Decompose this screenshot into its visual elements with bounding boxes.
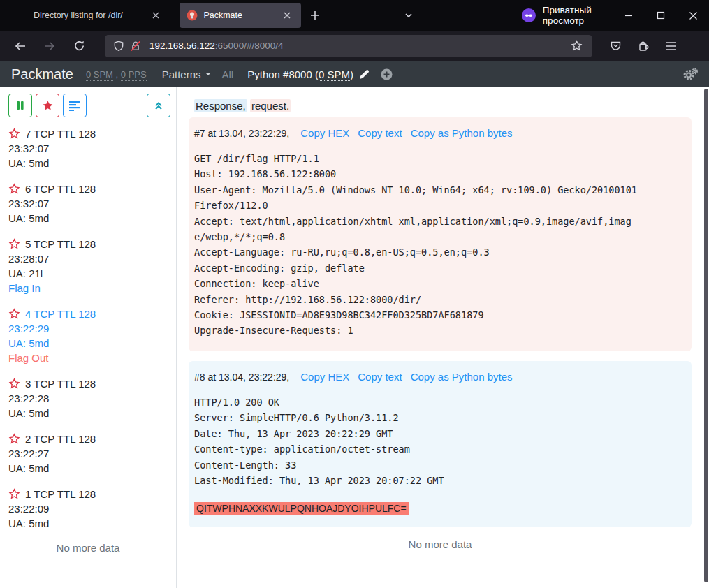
packmate-navbar: Packmate 0 SPM , 0 PPS Patterns All Pyth…	[0, 61, 709, 87]
stream-time: 23:32:07	[8, 141, 168, 156]
menu-hamburger-icon[interactable]	[661, 36, 682, 57]
stream-title: 2 TCP TTL 128	[25, 432, 96, 446]
packmate-favicon-icon	[187, 10, 198, 21]
stream-ua: UA: 21l	[8, 266, 168, 281]
star-outline-icon[interactable]	[8, 183, 20, 195]
star-outline-icon[interactable]	[8, 433, 20, 445]
stream-item-1[interactable]: 1 TCP TTL 128 23:22:09 UA: 5md	[8, 487, 168, 531]
copy-python-link[interactable]: Copy as Python bytes	[411, 368, 513, 386]
stream-time: 23:32:07	[8, 196, 168, 211]
copy-hex-link[interactable]: Copy HEX	[300, 368, 349, 386]
stream-item-6[interactable]: 6 TCP TTL 128 23:32:07 UA: 5md	[8, 182, 168, 226]
brand-packmate[interactable]: Packmate	[11, 66, 73, 82]
url-bar[interactable]: 192.168.56.122:65000/#/8000/4	[105, 35, 592, 57]
private-browsing-badge: Приватный просмотр	[522, 5, 613, 26]
legend-request: request.	[250, 99, 291, 112]
flag-in-link[interactable]: Flag In	[8, 281, 168, 295]
pattern-match-line: QITWPHNAXXKWULPQNHOAJDYOIHPULFC=	[194, 502, 685, 515]
stream-title: 3 TCP TTL 128	[25, 376, 96, 391]
stream-time: 23:22:29	[8, 321, 168, 336]
tab-title: Directory listing for /dir/	[34, 10, 149, 20]
stream-ua: UA: 5md	[8, 461, 168, 476]
pocket-icon[interactable]	[605, 36, 626, 57]
caret-down-icon	[205, 73, 211, 75]
window-close-button[interactable]	[677, 1, 709, 29]
stream-time: 23:22:27	[8, 446, 168, 461]
stream-item-7[interactable]: 7 TCP TTL 128 23:32:07 UA: 5md	[8, 126, 168, 170]
copy-text-link[interactable]: Copy text	[358, 368, 402, 386]
legend-response: Response,	[194, 99, 247, 112]
window-maximize-button[interactable]	[645, 1, 677, 29]
filter-all[interactable]: All	[222, 68, 234, 80]
stream-item-4-selected[interactable]: 4 TCP TTL 128 23:22:29 UA: 5md Flag Out	[8, 307, 168, 365]
tab-title: Packmate	[203, 10, 279, 20]
stream-title: 7 TCP TTL 128	[25, 126, 96, 141]
new-tab-button[interactable]	[307, 5, 323, 26]
stream-ua: UA: 5md	[8, 211, 168, 226]
request-body: GET /dir/flag HTTP/1.1 Host: 192.168.56.…	[194, 151, 639, 339]
star-outline-icon[interactable]	[8, 378, 20, 390]
flag-out-link[interactable]: Flag Out	[8, 351, 168, 365]
copy-text-link[interactable]: Copy text	[358, 124, 402, 142]
tracking-shield-icon[interactable]	[110, 38, 127, 54]
stream-ua: UA: 5md	[8, 406, 168, 420]
stream-item-5[interactable]: 5 TCP TTL 128 23:28:07 UA: 21l Flag In	[8, 237, 168, 295]
stream-ua: UA: 5md	[8, 336, 168, 351]
response-body: HTTP/1.0 200 OK Server: SimpleHTTP/0.6 P…	[194, 395, 639, 488]
tab-list-chevron-icon[interactable]	[400, 5, 417, 26]
private-browsing-label: Приватный просмотр	[543, 5, 613, 26]
stream-ua: UA: 5md	[8, 516, 168, 531]
stream-ua: UA: 5md	[8, 156, 168, 170]
bookmark-star-icon[interactable]	[566, 36, 587, 57]
legend: Response, request.	[194, 100, 692, 112]
stream-title: 5 TCP TTL 128	[25, 237, 96, 251]
stream-title: 6 TCP TTL 128	[25, 182, 96, 196]
streams-sidebar: 7 TCP TTL 128 23:32:07 UA: 5md 6 TCP TTL…	[0, 87, 177, 588]
extensions-puzzle-icon[interactable]	[633, 36, 654, 57]
tab-packmate[interactable]: Packmate	[180, 3, 300, 28]
response-packet-card: #8 at 13.04, 23:22:29, Copy HEX Copy tex…	[189, 361, 692, 527]
list-view-button[interactable]	[63, 94, 87, 117]
page-scrollbar[interactable]	[704, 89, 708, 582]
add-service-icon[interactable]	[381, 68, 393, 80]
back-button[interactable]	[10, 36, 31, 57]
packet-header: #7 at 13.04, 23:22:29,	[194, 124, 289, 142]
service-selector[interactable]: Python #8000 (0 SPM)	[247, 68, 393, 80]
tab-directory-listing[interactable]: Directory listing for /dir/	[27, 3, 170, 28]
stream-time: 23:28:07	[8, 251, 168, 266]
request-packet-card: #7 at 13.04, 23:22:29, Copy HEX Copy tex…	[189, 117, 692, 351]
star-outline-icon[interactable]	[8, 238, 20, 250]
stream-list: 7 TCP TTL 128 23:32:07 UA: 5md 6 TCP TTL…	[8, 126, 168, 554]
sidebar-no-more-data: No more data	[8, 542, 168, 554]
browser-toolbar: 192.168.56.122:65000/#/8000/4	[0, 31, 709, 61]
copy-python-link[interactable]: Copy as Python bytes	[411, 124, 513, 142]
traffic-stats: 0 SPM , 0 PPS	[86, 69, 147, 80]
forward-button[interactable]	[39, 36, 60, 57]
tab-close-icon[interactable]	[280, 8, 294, 22]
pattern-match-highlight: QITWPHNAXXKWULPQNHOAJDYOIHPULFC=	[194, 502, 409, 515]
stream-time: 23:22:09	[8, 501, 168, 516]
settings-gears-icon[interactable]	[682, 68, 698, 81]
browser-titlebar: Directory listing for /dir/ Packmate	[0, 0, 709, 31]
edit-pencil-icon[interactable]	[359, 69, 370, 80]
url-text[interactable]: 192.168.56.122:65000/#/8000/4	[149, 41, 566, 51]
main-no-more-data: No more data	[189, 538, 692, 550]
private-mask-icon	[522, 8, 536, 22]
stream-time: 23:22:28	[8, 391, 168, 406]
pause-capture-button[interactable]	[8, 94, 32, 117]
star-outline-icon[interactable]	[8, 488, 20, 500]
stream-item-3[interactable]: 3 TCP TTL 128 23:22:28 UA: 5md	[8, 376, 168, 420]
patterns-dropdown[interactable]: Patterns	[162, 68, 211, 80]
stream-title: 4 TCP TTL 128	[25, 307, 96, 321]
packet-header: #8 at 13.04, 23:22:29,	[194, 368, 289, 386]
star-outline-icon[interactable]	[8, 128, 20, 140]
insecure-lock-icon[interactable]	[127, 38, 144, 54]
collapse-up-button[interactable]	[147, 94, 170, 117]
copy-hex-link[interactable]: Copy HEX	[300, 124, 349, 142]
star-outline-icon[interactable]	[8, 308, 20, 320]
tab-close-icon[interactable]	[149, 8, 163, 22]
reload-button[interactable]	[68, 36, 89, 57]
window-minimize-button[interactable]	[613, 1, 645, 29]
stream-item-2[interactable]: 2 TCP TTL 128 23:22:27 UA: 5md	[8, 432, 168, 476]
favorites-filter-button[interactable]	[36, 94, 59, 117]
